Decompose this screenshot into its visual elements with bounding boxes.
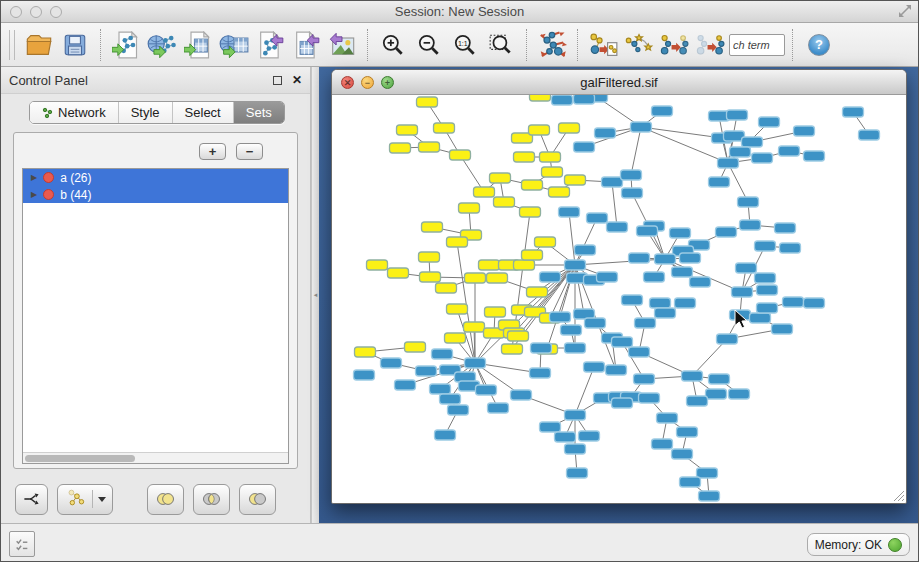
graph-node-blue[interactable]	[652, 106, 673, 116]
graph-node-blue[interactable]	[729, 389, 750, 399]
graph-node-blue[interactable]	[430, 384, 451, 394]
graph-node-blue[interactable]	[531, 343, 552, 353]
graph-node-blue[interactable]	[579, 431, 600, 441]
graph-node-yellow[interactable]	[527, 287, 548, 297]
graph-node-blue[interactable]	[555, 432, 576, 442]
graph-node-yellow[interactable]	[508, 331, 529, 341]
graph-node-blue[interactable]	[709, 374, 730, 384]
fullscreen-icon[interactable]	[898, 4, 912, 22]
graph-node-blue[interactable]	[652, 439, 673, 449]
horizontal-scrollbar[interactable]	[23, 452, 288, 463]
export-table-icon[interactable]	[288, 27, 324, 63]
graph-node-blue[interactable]	[465, 358, 486, 368]
graph-node-blue[interactable]	[584, 362, 605, 372]
expand-caret-icon[interactable]: ▶	[31, 190, 37, 199]
graph-node-yellow[interactable]	[459, 203, 480, 213]
apply-layout-icon[interactable]	[534, 27, 570, 63]
graph-node-blue[interactable]	[567, 468, 588, 478]
hide-selected-icon[interactable]	[657, 27, 693, 63]
graph-node-blue[interactable]	[732, 287, 753, 297]
graph-node-blue[interactable]	[779, 146, 800, 156]
graph-node-blue[interactable]	[682, 371, 703, 381]
graph-node-blue[interactable]	[354, 370, 375, 380]
network-canvas[interactable]	[332, 95, 906, 503]
graph-node-blue[interactable]	[559, 207, 580, 217]
graph-node-blue[interactable]	[488, 403, 509, 413]
remove-set-button[interactable]: −	[236, 143, 263, 160]
graph-node-yellow[interactable]	[367, 260, 388, 270]
graph-node-blue[interactable]	[565, 260, 586, 270]
graph-node-blue[interactable]	[675, 298, 696, 308]
graph-node-blue[interactable]	[742, 137, 763, 147]
graph-node-yellow[interactable]	[405, 342, 426, 352]
graph-node-blue[interactable]	[804, 298, 825, 308]
graph-node-blue[interactable]	[597, 272, 618, 282]
graph-node-yellow[interactable]	[529, 125, 550, 135]
graph-node-blue[interactable]	[672, 449, 693, 459]
show-all-icon[interactable]	[693, 27, 729, 63]
graph-node-yellow[interactable]	[417, 97, 438, 107]
help-icon[interactable]: ?	[808, 34, 830, 56]
graph-node-yellow[interactable]	[464, 322, 485, 332]
graph-node-yellow[interactable]	[447, 304, 468, 314]
tab-network[interactable]: Network	[30, 102, 119, 123]
graph-node-blue[interactable]	[690, 277, 711, 287]
tab-sets[interactable]: Sets	[234, 102, 284, 123]
graph-node-blue[interactable]	[631, 122, 652, 132]
graph-node-yellow[interactable]	[436, 283, 457, 293]
graph-node-yellow[interactable]	[522, 180, 543, 190]
graph-node-blue[interactable]	[755, 273, 776, 283]
graph-node-blue[interactable]	[621, 170, 642, 180]
graph-node-blue[interactable]	[738, 197, 759, 207]
graph-node-yellow[interactable]	[420, 272, 441, 282]
scrollbar-thumb[interactable]	[25, 455, 135, 462]
tab-style[interactable]: Style	[119, 102, 173, 123]
graph-node-blue[interactable]	[755, 241, 776, 251]
graph-node-blue[interactable]	[585, 318, 606, 328]
graph-node-yellow[interactable]	[520, 207, 541, 217]
extract-network-button[interactable]	[57, 484, 113, 515]
graph-node-blue[interactable]	[716, 227, 737, 237]
graph-node-blue[interactable]	[550, 312, 571, 322]
graph-node-yellow[interactable]	[447, 237, 468, 247]
set-row-a[interactable]: ▶ a (26)	[23, 169, 288, 186]
graph-node-yellow[interactable]	[355, 347, 376, 357]
import-network-web-icon[interactable]	[144, 27, 180, 63]
graph-node-blue[interactable]	[680, 253, 701, 263]
import-table-web-icon[interactable]	[216, 27, 252, 63]
close-panel-icon[interactable]: ✕	[292, 73, 302, 87]
graph-node-blue[interactable]	[650, 298, 671, 308]
graph-node-blue[interactable]	[644, 272, 665, 282]
graph-node-blue[interactable]	[607, 222, 628, 232]
graph-node-yellow[interactable]	[450, 150, 471, 160]
graph-node-yellow[interactable]	[559, 123, 580, 133]
graph-node-blue[interactable]	[655, 254, 676, 264]
split-sets-button[interactable]	[15, 484, 48, 515]
graph-node-yellow[interactable]	[540, 152, 561, 162]
collapse-arrow-icon[interactable]: ◂	[314, 291, 318, 299]
graph-node-yellow[interactable]	[565, 175, 586, 185]
tab-select[interactable]: Select	[173, 102, 234, 123]
graph-node-blue[interactable]	[740, 220, 761, 230]
panel-splitter[interactable]: ◂	[311, 67, 319, 523]
graph-node-blue[interactable]	[612, 337, 633, 347]
graph-node-blue[interactable]	[687, 396, 708, 406]
expand-caret-icon[interactable]: ▶	[31, 173, 37, 182]
graph-node-blue[interactable]	[574, 95, 595, 104]
graph-node-blue[interactable]	[706, 389, 727, 399]
venn-difference-button[interactable]	[239, 484, 276, 515]
graph-node-blue[interactable]	[843, 107, 864, 117]
graph-node-blue[interactable]	[395, 380, 416, 390]
graph-node-yellow[interactable]	[530, 95, 551, 101]
graph-node-blue[interactable]	[634, 374, 655, 384]
graph-node-blue[interactable]	[448, 405, 469, 415]
graph-node-blue[interactable]	[612, 398, 633, 408]
graph-node-yellow[interactable]	[522, 250, 543, 260]
graph-node-blue[interactable]	[602, 177, 623, 187]
zoom-out-icon[interactable]	[411, 27, 447, 63]
graph-node-blue[interactable]	[783, 297, 804, 307]
graph-node-yellow[interactable]	[388, 268, 409, 278]
graph-node-blue[interactable]	[432, 349, 453, 359]
graph-node-blue[interactable]	[750, 313, 771, 323]
graph-node-blue[interactable]	[635, 318, 656, 328]
